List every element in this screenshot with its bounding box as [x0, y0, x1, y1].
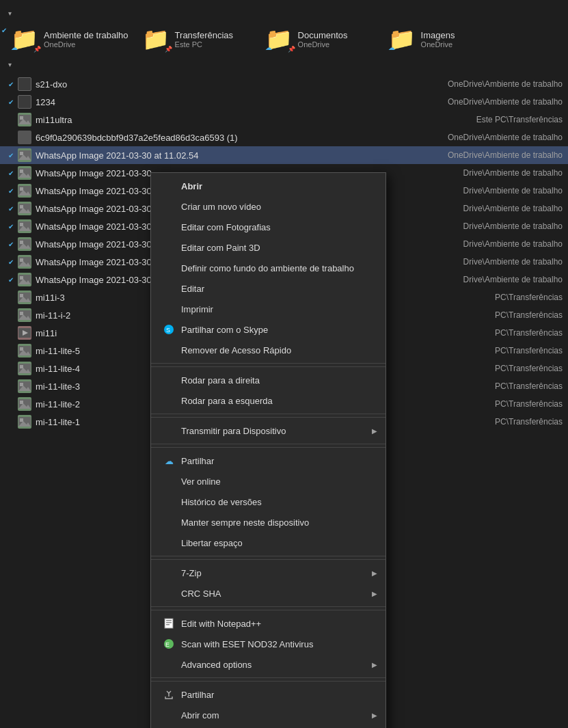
- folder-sub: OneDrive: [421, 40, 455, 49]
- file-location: OneDrive\Ambiente de trabalho: [448, 150, 563, 160]
- folder-sub: OneDrive: [44, 40, 129, 49]
- svg-rect-42: [20, 383, 23, 386]
- context-menu-item[interactable]: SPartilhar com o Skype: [151, 319, 386, 340]
- file-location: PC\Transferências: [495, 417, 563, 427]
- context-menu-item[interactable]: Editar com Fotografias: [151, 217, 386, 237]
- file-thumbnail: [18, 202, 31, 215]
- context-menu-item[interactable]: EScan with ESET NOD32 Antivirus: [151, 634, 386, 654]
- file-sync-icon: ✔: [5, 79, 16, 90]
- file-thumbnail: [18, 95, 31, 109]
- menu-item-icon: ☁: [162, 454, 176, 468]
- menu-item-icon: E: [162, 637, 176, 651]
- menu-item-label: Scan with ESET NOD32 Antivirus: [181, 639, 313, 649]
- context-menu-item[interactable]: Editar com Paint 3D: [151, 237, 386, 258]
- svg-rect-36: [20, 347, 23, 351]
- menu-item-label: Partilhar: [181, 456, 214, 466]
- menu-separator: [151, 363, 386, 364]
- svg-rect-48: [20, 418, 23, 422]
- file-sync-icon: ✔: [5, 221, 16, 232]
- file-row[interactable]: ✔s21-dxoOneDrive\Ambiente de trabalho: [0, 75, 568, 93]
- context-menu-item[interactable]: ☁Partilhar: [151, 450, 386, 471]
- context-menu-item[interactable]: Advanced options▶: [151, 654, 386, 675]
- menu-separator: [151, 417, 386, 418]
- file-name: WhatsApp Image 2021-03-30 at 11.02.54: [36, 150, 442, 161]
- file-thumbnail: [18, 131, 31, 144]
- file-location: PC\Transferências: [495, 328, 563, 338]
- menu-item-icon: [162, 474, 176, 488]
- menu-separator: [151, 677, 386, 678]
- file-location: PC\Transferências: [495, 381, 563, 391]
- file-location: Este PC\Transferências: [476, 115, 563, 124]
- cloud-icon: ☁: [265, 44, 272, 51]
- recent-files-header[interactable]: ▾: [0, 58, 568, 71]
- folder-meta: Ambiente de trabalhoOneDrive: [44, 30, 129, 49]
- context-menu-item[interactable]: Manter sempre neste dispositivo: [151, 512, 386, 532]
- file-name: mi11ultra: [36, 115, 471, 125]
- context-menu-item[interactable]: Abrir com▶: [151, 705, 386, 725]
- file-sync-icon: ✔: [5, 203, 16, 214]
- menu-item-label: Transmitir para Dispositivo: [181, 426, 286, 436]
- context-menu-item[interactable]: Transmitir para Dispositivo▶: [151, 420, 386, 441]
- cloud-icon: ☁: [11, 44, 18, 51]
- file-location: OneDrive\Ambiente de trabalho: [448, 97, 563, 107]
- menu-item-label: Remover de Acesso Rápido: [181, 345, 291, 355]
- context-menu-item[interactable]: Imprimir: [151, 299, 386, 319]
- folder-item[interactable]: 📁📌TransferênciasEste PC: [142, 27, 252, 51]
- svg-rect-39: [20, 365, 23, 368]
- menu-item-label: Rodar para a direita: [181, 375, 260, 386]
- sync-icon: ✔: [1, 27, 7, 34]
- file-row[interactable]: ✔WhatsApp Image 2021-03-30 at 11.02.54On…: [0, 146, 568, 164]
- context-menu-item[interactable]: Edit with Notepad++: [151, 613, 386, 634]
- file-row[interactable]: 6c9f0a290639bdcbbf9d37a2e5fead86d3ca6593…: [0, 129, 568, 146]
- file-location: OneDrive\Ambiente de trabalho: [448, 133, 563, 142]
- file-sync-icon: [5, 399, 16, 409]
- context-menu-item[interactable]: Rodar para a direita: [151, 370, 386, 390]
- folder-meta: TransferênciasEste PC: [175, 30, 234, 49]
- file-sync-icon: ✔: [5, 150, 16, 161]
- context-menu-item[interactable]: CRC SHA▶: [151, 583, 386, 604]
- folder-item[interactable]: ✔📁☁📌Ambiente de trabalhoOneDrive: [11, 27, 129, 51]
- file-sync-icon: ✔: [5, 256, 16, 267]
- file-sync-icon: [5, 381, 16, 392]
- file-location: OneDrive\Ambiente de trabalho: [448, 79, 563, 89]
- file-row[interactable]: ✔1234OneDrive\Ambiente de trabalho: [0, 93, 568, 111]
- menu-item-label: Ver online: [181, 476, 221, 487]
- context-menu-item[interactable]: 7-Zip▶: [151, 563, 386, 583]
- svg-rect-1: [20, 116, 23, 120]
- folder-name: Imagens: [421, 30, 455, 40]
- menu-item-icon: [162, 282, 176, 295]
- context-menu-item[interactable]: Rodar para a esquerda: [151, 390, 386, 411]
- file-sync-icon: [5, 310, 16, 321]
- submenu-arrow-icon: ▶: [372, 590, 377, 597]
- context-menu-item[interactable]: Definir como fundo do ambiente de trabal…: [151, 258, 386, 278]
- menu-separator: [151, 447, 386, 448]
- menu-item-label: Libertar espaço: [181, 538, 243, 548]
- file-location: Drive\Ambiente de trabalho: [463, 275, 563, 284]
- file-location: PC\Transferências: [495, 364, 563, 373]
- file-thumbnail: [18, 362, 31, 375]
- file-thumbnail: [18, 273, 31, 286]
- context-menu-item[interactable]: Partilhar: [151, 684, 386, 705]
- folder-item[interactable]: 📁☁📌DocumentosOneDrive: [265, 27, 375, 51]
- context-menu-item[interactable]: Abrir: [151, 176, 386, 196]
- menu-item-label: Advanced options: [181, 660, 252, 670]
- context-menu-item[interactable]: Libertar espaço: [151, 532, 386, 553]
- context-menu-item[interactable]: Criar um novo vídeo: [151, 196, 386, 217]
- svg-rect-45: [20, 401, 23, 404]
- menu-item-label: Criar um novo vídeo: [181, 202, 261, 212]
- svg-rect-54: [166, 622, 172, 623]
- file-row[interactable]: mi11ultraEste PC\Transferências: [0, 111, 568, 129]
- context-menu-item[interactable]: Editar: [151, 278, 386, 299]
- menu-separator: [151, 444, 386, 444]
- svg-rect-19: [20, 241, 23, 244]
- frequent-folders-header[interactable]: ▾: [0, 7, 568, 20]
- folder-icon-wrap: 📁📌: [142, 27, 170, 51]
- context-menu-item[interactable]: Ver online: [151, 471, 386, 491]
- file-thumbnail: [18, 237, 31, 251]
- folder-item[interactable]: 📁☁ImagensOneDrive: [388, 27, 498, 51]
- menu-item-label: Histórico de versões: [181, 497, 262, 507]
- context-menu-item[interactable]: Histórico de versões: [151, 491, 386, 512]
- svg-rect-13: [20, 205, 23, 208]
- context-menu-item[interactable]: Remover de Acesso Rápido: [151, 340, 386, 360]
- file-sync-icon: [5, 292, 16, 303]
